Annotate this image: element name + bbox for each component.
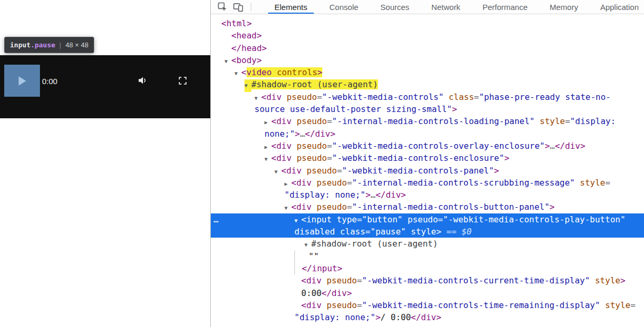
expand-arrow-icon[interactable]: ▶ xyxy=(284,178,291,190)
dom-tree-row[interactable]: source use-default-poster sizing-small"> xyxy=(211,103,644,115)
expand-arrow-icon[interactable]: ▼ xyxy=(254,92,261,104)
code-token: = xyxy=(357,300,362,310)
overflow-menu-icon[interactable]: … xyxy=(213,213,219,226)
tab-network[interactable]: Network xyxy=(432,0,461,14)
code-token: #shadow-root (user-agent) xyxy=(311,239,438,249)
toolbar-divider xyxy=(251,3,251,11)
inspect-icon[interactable] xyxy=(217,2,228,12)
code-token: pseudo xyxy=(312,178,347,188)
tab-application[interactable]: Application xyxy=(600,0,639,14)
dom-tree-row[interactable]: <div pseudo="-internal-media-controls- xyxy=(211,323,644,324)
code-token: … xyxy=(371,190,376,200)
code-token: pseudo xyxy=(292,116,327,126)
expand-arrow-icon[interactable]: ▼ xyxy=(284,202,291,214)
expand-arrow-icon[interactable]: ▼ xyxy=(264,153,271,165)
code-token: </div> xyxy=(322,288,352,298)
tab-performance[interactable]: Performance xyxy=(483,0,528,14)
code-token: </div> xyxy=(411,312,442,322)
code-token: = xyxy=(630,300,636,310)
code-token: = xyxy=(365,227,371,237)
code-token: "-webkit-media-controls" xyxy=(322,92,444,102)
code-token: = xyxy=(357,275,362,285)
code-token: "" xyxy=(309,251,319,261)
code-token: <body> xyxy=(231,55,262,65)
expand-arrow-icon[interactable]: ▼ xyxy=(274,166,281,178)
video-player[interactable]: 0:00 xyxy=(0,55,210,118)
expand-arrow-icon[interactable]: ▼ xyxy=(244,79,251,91)
code-token: = xyxy=(605,178,610,188)
dom-tree-row[interactable]: ▶<div pseudo="-webkit-media-controls-ove… xyxy=(211,140,644,152)
tab-console[interactable]: Console xyxy=(330,0,359,14)
expand-arrow-icon[interactable]: ▼ xyxy=(224,55,231,67)
code-token: "-webkit-media-controls-panel" xyxy=(342,166,494,176)
dom-tree-row[interactable]: ▶<div pseudo="-internal-media-controls-l… xyxy=(211,115,644,127)
code-token: > xyxy=(365,190,371,200)
code-token: = xyxy=(317,92,322,102)
dom-tree-row[interactable]: ▼<div pseudo="-webkit-media-controls-enc… xyxy=(211,152,644,164)
dom-tree-row[interactable]: ▼<video controls> xyxy=(211,66,644,78)
play-button[interactable] xyxy=(4,65,40,97)
dom-tree-row[interactable]: ▶<div pseudo="-internal-media-controls-s… xyxy=(211,177,644,189)
code-token: "-webkit-media-controls-enclosure" xyxy=(332,153,505,163)
code-token: > xyxy=(620,275,626,285)
code-token: = xyxy=(565,116,570,126)
dom-tree-row[interactable]: ▼#shadow-root (user-agent) xyxy=(211,78,644,90)
dom-tree-row[interactable]: disabled class="pause" style> == $0 xyxy=(211,226,644,238)
tab-elements[interactable]: Elements xyxy=(274,0,308,14)
dom-tree-row[interactable]: <head> xyxy=(211,29,644,42)
tab-sources[interactable]: Sources xyxy=(381,0,410,14)
expand-arrow-icon[interactable]: ▼ xyxy=(234,67,241,79)
expand-arrow-icon[interactable]: ▶ xyxy=(264,116,271,128)
expand-arrow-icon[interactable]: ▼ xyxy=(294,214,301,227)
volume-button[interactable] xyxy=(137,75,149,86)
code-token: "-webkit-media-controls-play-button" xyxy=(443,214,626,224)
dom-tree-row[interactable]: ▼<div pseudo="-webkit-media-controls-pan… xyxy=(211,165,644,177)
code-token: 0:00 xyxy=(301,288,322,298)
code-token: pseudo xyxy=(322,300,357,310)
expand-arrow-icon[interactable]: ▶ xyxy=(264,141,271,153)
code-token: "-webkit-media-controls-current-time-dis… xyxy=(362,275,590,285)
dom-tree-row[interactable]: <div pseudo="-webkit-media-controls-time… xyxy=(211,299,644,311)
dom-tree-row[interactable]: ▼<body> xyxy=(211,54,644,66)
code-token: none;" xyxy=(264,129,295,139)
code-token: pseudo xyxy=(282,92,317,102)
dom-tree-row[interactable]: none;">…</div> xyxy=(211,128,644,140)
dom-tree-row[interactable]: ▼<div pseudo="-webkit-media-controls" cl… xyxy=(211,91,644,103)
dom-tree-row[interactable]: "display: none;">/ 0:00</div> xyxy=(211,311,644,323)
code-token: = xyxy=(327,116,332,126)
tree-guide-line xyxy=(294,250,302,262)
code-token: = xyxy=(327,153,332,163)
code-token: #shadow-root (user-agent) xyxy=(251,79,378,89)
code-token: <div xyxy=(301,300,322,310)
dom-tree-row[interactable]: ▼#shadow-root (user-agent) xyxy=(211,238,644,250)
dom-tree-row[interactable]: "" xyxy=(211,250,644,262)
expand-arrow-icon[interactable]: ▼ xyxy=(304,239,311,251)
code-token: "display: xyxy=(570,116,616,126)
dom-tree-row[interactable]: <div pseudo="-webkit-media-controls-curr… xyxy=(211,274,644,287)
code-token: disabled xyxy=(294,227,335,237)
dom-tree-row[interactable]: "display: none;">…</div> xyxy=(211,189,644,201)
code-token: pseudo xyxy=(302,166,337,176)
code-token: pseudo xyxy=(312,202,347,212)
devtools-toolbar: ElementsConsoleSourcesNetworkPerformance… xyxy=(211,0,644,14)
dom-tree-row[interactable]: ▼<div pseudo="-internal-media-controls-b… xyxy=(211,201,644,213)
dom-tree-row[interactable]: …▼<input type="button" pseudo="-webkit-m… xyxy=(211,213,644,226)
dom-tree-row[interactable]: </head> xyxy=(211,42,644,54)
dom-tree-row[interactable]: </input> xyxy=(211,262,644,274)
code-token: pseudo xyxy=(292,153,327,163)
code-token: < xyxy=(241,67,247,77)
code-token: > xyxy=(452,104,457,114)
device-toolbar-icon[interactable] xyxy=(233,2,243,12)
code-token: controls xyxy=(272,67,318,77)
tab-memory[interactable]: Memory xyxy=(550,0,578,14)
tooltip-element-class: .pause xyxy=(30,41,55,49)
code-token: "button" xyxy=(362,214,403,224)
code-token: </div> xyxy=(555,141,585,151)
dom-tree-row[interactable]: <html> xyxy=(211,17,644,29)
code-token: <div xyxy=(261,92,282,102)
fullscreen-button[interactable] xyxy=(178,76,188,86)
inspect-tooltip: input.pause | 48 × 48 xyxy=(4,37,94,53)
dom-tree-row[interactable]: 0:00</div> xyxy=(211,287,644,299)
tooltip-element-size: 48 × 48 xyxy=(66,41,89,49)
code-token: > xyxy=(318,67,323,77)
